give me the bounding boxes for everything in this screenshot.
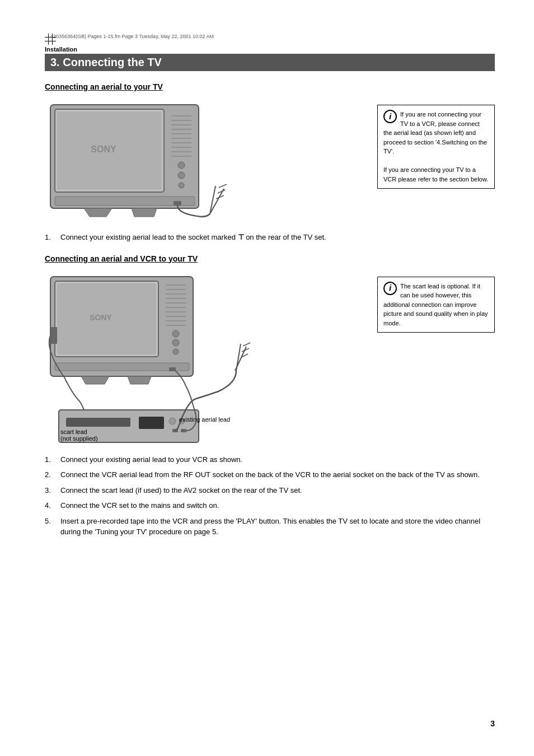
file-info: 420356364(GB) Pages 1-15.fm Page 3 Tuesd… bbox=[50, 34, 495, 39]
chapter-title: 3. Connecting the TV bbox=[45, 54, 495, 71]
info-icon-2: i bbox=[383, 282, 397, 295]
svg-point-40 bbox=[172, 330, 179, 337]
vcr-tv-diagram: SONY bbox=[45, 271, 368, 446]
aerial-heading: Connecting an aerial to your TV bbox=[45, 82, 495, 91]
vcr-instruction-5: 5.Insert a pre-recorded tape into the VC… bbox=[45, 516, 495, 538]
svg-rect-20 bbox=[174, 201, 181, 206]
vcr-instruction-4: 4.Connect the VCR set to the mains and s… bbox=[45, 500, 495, 511]
svg-point-15 bbox=[178, 172, 185, 179]
svg-point-14 bbox=[178, 162, 185, 169]
svg-rect-54 bbox=[181, 429, 186, 432]
svg-point-16 bbox=[179, 183, 184, 188]
svg-marker-19 bbox=[132, 208, 157, 217]
svg-text:SONY: SONY bbox=[91, 144, 116, 154]
aerial-instruction-1: 1. Connect your existing aerial lead to … bbox=[45, 232, 495, 243]
scart-label: scart lead (not supplied) bbox=[60, 428, 98, 442]
vcr-instruction-1: 1.Connect your existing aerial lead to y… bbox=[45, 454, 495, 465]
aerial-diagram-row: SONY bbox=[45, 99, 495, 224]
svg-marker-45 bbox=[128, 376, 151, 384]
vcr-heading: Connecting an aerial and VCR to your TV bbox=[45, 254, 495, 263]
aerial-info-text: If you are not connecting your TV to a V… bbox=[383, 110, 489, 184]
svg-rect-46 bbox=[169, 367, 176, 371]
svg-line-59 bbox=[243, 343, 250, 346]
info-icon-1: i bbox=[383, 110, 397, 123]
section-label: Installation bbox=[45, 46, 495, 53]
aerial-tv-svg: SONY bbox=[45, 99, 229, 222]
vcr-diagram-row: SONY bbox=[45, 271, 495, 446]
svg-line-25 bbox=[219, 184, 227, 188]
vcr-instruction-2: 2.Connect the VCR aerial lead from the R… bbox=[45, 469, 495, 480]
svg-rect-47 bbox=[50, 327, 57, 344]
aerial-instructions: 1. Connect your existing aerial lead to … bbox=[45, 232, 495, 243]
svg-point-42 bbox=[173, 349, 179, 354]
svg-text:SONY: SONY bbox=[90, 313, 112, 322]
page-number: 3 bbox=[490, 719, 495, 728]
vcr-instruction-3: 3.Connect the scart lead (if used) to th… bbox=[45, 485, 495, 496]
svg-rect-50 bbox=[139, 417, 164, 429]
aerial-label: existing aerial lead bbox=[179, 416, 230, 423]
aerial-info-box: i If you are not connecting your TV to a… bbox=[377, 105, 495, 189]
vcr-info-text: The scart lead is optional. If it can be… bbox=[383, 282, 489, 328]
aerial-tv-diagram: SONY bbox=[45, 99, 368, 224]
vcr-info-box: i The scart lead is optional. If it can … bbox=[377, 277, 495, 333]
svg-marker-44 bbox=[81, 376, 109, 384]
svg-line-56 bbox=[236, 344, 241, 371]
svg-marker-18 bbox=[84, 208, 112, 217]
corner-mark-br bbox=[45, 34, 56, 45]
svg-rect-49 bbox=[66, 418, 130, 427]
vcr-instructions: 1.Connect your existing aerial lead to y… bbox=[45, 454, 495, 538]
svg-point-51 bbox=[169, 418, 176, 424]
svg-point-41 bbox=[172, 339, 179, 346]
page-container: 420356364(GB) Pages 1-15.fm Page 3 Tuesd… bbox=[0, 0, 534, 756]
